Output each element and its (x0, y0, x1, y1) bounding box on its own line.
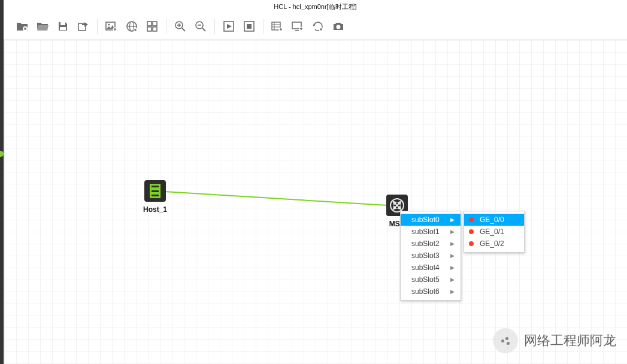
submenu-arrow-icon: ▶ (450, 265, 455, 271)
svg-line-16 (182, 28, 185, 31)
svg-rect-14 (153, 27, 157, 31)
status-dot-icon (469, 241, 474, 246)
menu-item-label: subSlot3 (411, 251, 440, 260)
menu-item-label: subSlot5 (411, 275, 440, 284)
menu-item-label: subSlot6 (411, 287, 440, 296)
open-icon[interactable] (32, 17, 53, 35)
save-icon[interactable] (53, 17, 73, 35)
svg-point-31 (337, 25, 341, 29)
status-dot-icon (469, 217, 474, 222)
menu-item-label: subSlot0 (411, 216, 440, 224)
subslot-menu[interactable]: subSlot0▶subSlot1▶subSlot2▶subSlot3▶subS… (400, 211, 461, 301)
submenu-arrow-icon: ▶ (450, 241, 455, 247)
zoom-out-icon[interactable] (190, 17, 211, 35)
svg-rect-21 (247, 24, 252, 29)
svg-rect-13 (147, 27, 152, 31)
menu-item-subslot5[interactable]: subSlot5▶ (401, 274, 461, 286)
stop-icon[interactable] (239, 17, 259, 35)
menu-item-ge00[interactable]: GE_0/0 (464, 214, 524, 226)
toolbar-separator (166, 19, 166, 34)
svg-rect-11 (147, 22, 152, 26)
table-add-icon[interactable] (267, 17, 287, 35)
menu-item-ge01[interactable]: GE_0/1 (464, 226, 524, 238)
submenu-arrow-icon: ▶ (450, 289, 455, 295)
canvas[interactable]: Host_1 MSR subSlot0▶ (4, 40, 627, 364)
menu-item-subslot1[interactable]: subSlot1▶ (401, 226, 461, 238)
refresh-add-icon[interactable] (308, 17, 328, 35)
toolbar (4, 13, 627, 40)
menu-item-label: subSlot2 (411, 239, 440, 248)
svg-line-18 (202, 28, 205, 31)
menu-item-subslot6[interactable]: subSlot6▶ (401, 286, 461, 298)
svg-rect-1 (60, 22, 65, 25)
play-icon[interactable] (219, 17, 239, 35)
status-dot-icon (469, 229, 474, 234)
submenu-arrow-icon: ▶ (450, 229, 455, 235)
svg-point-5 (108, 23, 110, 25)
watermark-text: 网络工程师阿龙 (524, 332, 616, 350)
zoom-in-icon[interactable] (170, 17, 190, 35)
app-root: HCL - hcl_xpm0nr[临时工程] Host_1 (0, 0, 627, 364)
new-project-icon[interactable] (12, 17, 32, 35)
node-host[interactable]: Host_1 (143, 180, 167, 214)
topology-link[interactable] (165, 191, 397, 207)
host-icon (144, 180, 166, 202)
toolbar-separator (97, 19, 98, 34)
globe-icon[interactable] (122, 17, 142, 35)
menu-item-subslot2[interactable]: subSlot2▶ (401, 238, 461, 250)
watermark: 网络工程师阿龙 (493, 328, 616, 353)
export-icon[interactable] (73, 17, 93, 35)
interface-submenu[interactable]: GE_0/0GE_0/1GE_0/2 (464, 211, 525, 253)
image-add-icon[interactable] (101, 17, 122, 35)
svg-rect-22 (272, 22, 280, 30)
menu-item-subslot4[interactable]: subSlot4▶ (401, 262, 461, 274)
node-host-label: Host_1 (143, 205, 167, 214)
menu-item-subslot3[interactable]: subSlot3▶ (401, 250, 461, 262)
menu-item-label: GE_0/1 (480, 228, 504, 236)
toolbar-separator (214, 19, 215, 34)
window-title: HCL - hcl_xpm0nr[临时工程] (274, 2, 356, 11)
submenu-arrow-icon: ▶ (450, 217, 455, 223)
camera-icon[interactable] (328, 17, 349, 35)
menu-item-label: GE_0/0 (480, 216, 504, 224)
menu-item-subslot0[interactable]: subSlot0▶ (401, 214, 461, 226)
grid-icon[interactable] (142, 17, 162, 35)
wechat-icon (493, 328, 518, 353)
menu-item-label: GE_0/2 (480, 239, 504, 248)
toolbar-separator (263, 19, 263, 34)
submenu-arrow-icon: ▶ (450, 253, 455, 259)
menu-item-label: subSlot1 (411, 228, 440, 236)
submenu-arrow-icon: ▶ (450, 277, 455, 283)
svg-rect-12 (153, 22, 157, 26)
menu-item-ge02[interactable]: GE_0/2 (464, 238, 524, 250)
title-bar: HCL - hcl_xpm0nr[临时工程] (4, 0, 627, 14)
svg-rect-2 (60, 27, 66, 30)
screen-add-icon[interactable] (287, 17, 308, 35)
menu-item-label: subSlot4 (411, 263, 440, 272)
